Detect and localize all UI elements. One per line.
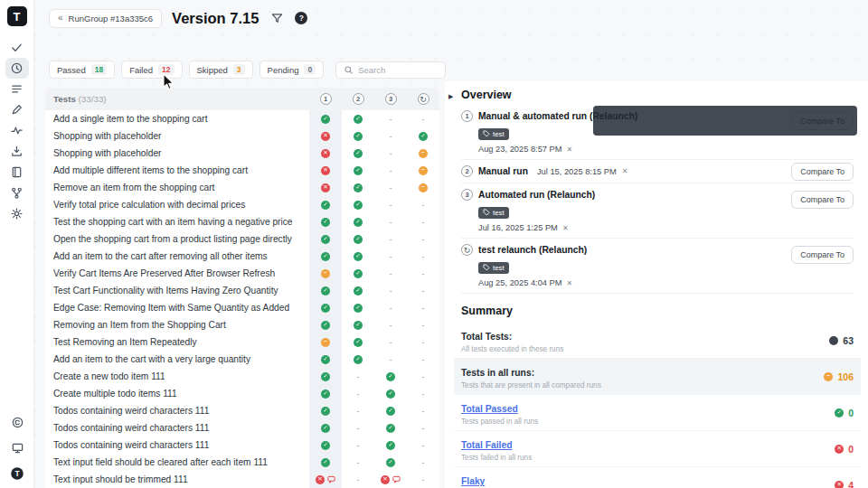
summary-row-title[interactable]: Total Passed (461, 404, 518, 414)
close-icon[interactable]: ✕ (622, 167, 628, 175)
status-pass-icon: ✓ (354, 235, 363, 244)
docs-icon (10, 165, 24, 179)
summary-row-title[interactable]: Flaky (461, 476, 485, 486)
sidebar-item[interactable] (5, 141, 29, 162)
table-row[interactable]: Test Cart Functionality with Items Havin… (45, 282, 439, 299)
search-input[interactable] (358, 65, 441, 75)
run-name: Manual run (478, 166, 528, 176)
sidebar-item[interactable] (5, 58, 29, 79)
svg-text:T: T (14, 469, 20, 478)
filter-pill[interactable]: Skipped 3 (189, 61, 253, 79)
status-skip-icon: − (419, 183, 428, 192)
no-run-dash: - (356, 423, 359, 433)
page-header: « RunGroup #13a335c6 Version 7.15 ? (49, 6, 307, 30)
sidebar-item[interactable] (5, 203, 29, 224)
no-run-dash: - (421, 423, 424, 433)
sidebar: T T (0, 0, 34, 488)
compare-to-button[interactable]: Compare To (791, 191, 854, 209)
summary-row-title: Tests in all runs: (461, 368, 534, 378)
filter-pill[interactable]: Passed 18 (49, 61, 115, 79)
no-run-dash: - (421, 217, 424, 227)
filter-pill-count: 3 (233, 64, 245, 75)
no-run-dash: - (421, 303, 424, 313)
status-pass-icon: ✓ (386, 372, 395, 381)
table-row[interactable]: Create multiple todo items 111 ✓ - ✓ - (45, 385, 439, 402)
table-row[interactable]: Todos containing weird characters 111 ✓ … (45, 402, 439, 419)
sidebar-item[interactable] (5, 412, 29, 433)
filter-pill-label: Skipped (197, 65, 228, 75)
status-pass-icon: ✓ (354, 218, 363, 227)
table-row[interactable]: Test the shopping cart with an item havi… (45, 213, 439, 230)
filter-pill[interactable]: Failed 12 (121, 61, 182, 79)
compare-to-button[interactable]: Compare To (791, 163, 854, 181)
table-row[interactable]: Shopping with placeholder ✕ ✓ - ✓ (45, 127, 439, 145)
no-run-dash: - (356, 389, 359, 399)
sidebar-item[interactable] (5, 162, 29, 183)
table-row[interactable]: Shopping with placeholder ✕ ✓ - − (45, 145, 439, 162)
table-row[interactable]: Verify Cart Items Are Preserved After Br… (45, 265, 439, 282)
table-row[interactable]: Create a new todo item 111 ✓ - ✓ - (45, 368, 439, 385)
close-icon[interactable]: ✕ (562, 224, 569, 232)
summary-row: Flaky Unstable tests that passed or fail… (454, 467, 861, 488)
back-to-rungroup-button[interactable]: « RunGroup #13a335c6 (49, 9, 162, 28)
summary-row-value: 63 (829, 335, 854, 346)
sidebar-item[interactable] (5, 99, 29, 120)
comparison-panel: ▶ Overview 1 Manual & automated run (Rel… (445, 81, 868, 488)
sidebar-item[interactable] (5, 183, 29, 203)
summary-row-subtitle: Tests that are present in all compared r… (461, 381, 601, 389)
status-pass-icon: ✓ (354, 132, 363, 141)
test-name: Add an item to the cart after removing a… (53, 251, 309, 261)
table-row[interactable]: Remove an item from the shopping cart ✕ … (45, 179, 439, 196)
summary-row-title[interactable]: Total Failed (461, 440, 512, 450)
run-number-icon: 1 (461, 110, 473, 122)
table-row[interactable]: Text input field should be cleared after… (45, 454, 439, 471)
sidebar-item[interactable]: T (5, 463, 29, 483)
table-row[interactable]: Open the shopping cart from a product li… (45, 230, 439, 248)
sidebar-item[interactable] (5, 437, 29, 458)
table-row[interactable]: Text input should be trimmed 111 ✕ - ✕ - (45, 471, 439, 488)
sidebar-item[interactable] (5, 79, 29, 99)
status-fail-icon: ✕ (321, 166, 330, 175)
filter-funnel-icon[interactable] (269, 10, 285, 26)
table-row[interactable]: Test Removing an Item Repeatedly − ✓ - - (45, 333, 439, 351)
theme-toggle-icon: T (10, 466, 24, 481)
comment-flag-icon[interactable] (327, 475, 335, 483)
compare-to-button[interactable]: Compare To (791, 246, 854, 264)
page-title: Version 7.15 (172, 10, 259, 27)
status-pass-icon: ✓ (321, 115, 330, 124)
table-row[interactable]: Add an item to the cart with a very larg… (45, 351, 439, 368)
table-row[interactable]: Edge Case: Removing Item with Same Quant… (45, 299, 439, 316)
table-row[interactable]: Add multiple different items to the shop… (45, 162, 439, 179)
close-icon[interactable]: ✕ (567, 145, 573, 154)
filter-pill[interactable]: Pending 0 (259, 61, 325, 79)
table-columns: 123↻ (309, 93, 439, 105)
sidebar-item[interactable] (5, 120, 29, 141)
status-pass-icon: ✓ (354, 338, 363, 347)
filter-pill-count: 0 (304, 64, 316, 75)
comment-flag-icon[interactable] (392, 475, 401, 483)
test-name: Add a single item to the shopping cart (53, 114, 309, 124)
status-pass-icon: ✓ (354, 304, 363, 313)
table-row[interactable]: Verify total price calculation with deci… (45, 196, 439, 213)
table-row[interactable]: Todos containing weird characters 111 ✓ … (45, 419, 439, 436)
summary-row-subtitle: All tests executed in these runs (461, 345, 563, 353)
no-run-dash: - (389, 354, 392, 364)
tag-badge: test (478, 207, 509, 219)
table-row[interactable]: Todos containing weird characters 111 ✓ … (45, 436, 439, 454)
table-row[interactable]: Add an item to the cart after removing a… (45, 248, 439, 265)
help-button[interactable]: ? (295, 12, 307, 24)
status-pass-icon: ✓ (321, 458, 330, 467)
summary-row-subtitle: Tests failed in all runs (461, 454, 532, 462)
close-icon[interactable]: ✕ (567, 279, 573, 287)
no-run-dash: - (356, 371, 359, 381)
summary-total-icon (829, 336, 838, 345)
copyright-icon (11, 416, 24, 429)
collapse-panel-icon[interactable]: ▶ (448, 93, 453, 100)
sidebar-item[interactable] (5, 37, 29, 58)
filter-pill-count: 12 (158, 64, 174, 75)
status-pass-icon: ✓ (321, 218, 330, 227)
table-row[interactable]: Removing an Item from the Shopping Cart … (45, 316, 439, 333)
app-logo[interactable]: T (7, 6, 27, 26)
table-row[interactable]: Add a single item to the shopping cart ✓… (45, 110, 439, 127)
status-pass-icon: ✓ (354, 355, 363, 364)
